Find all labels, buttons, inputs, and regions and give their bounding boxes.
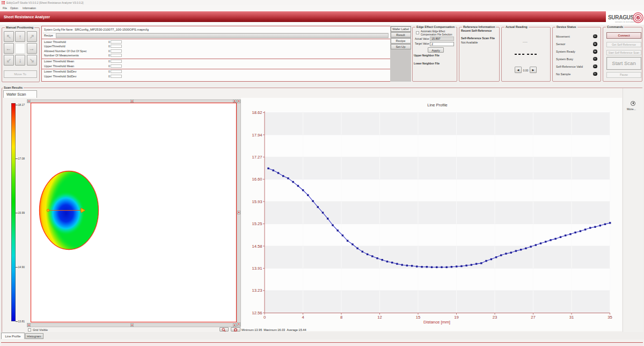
svg-text:4: 4 bbox=[302, 315, 304, 320]
svg-text:12: 12 bbox=[377, 315, 382, 320]
svg-text:18.62: 18.62 bbox=[252, 110, 262, 115]
svg-text:15.93: 15.93 bbox=[252, 199, 262, 204]
svg-text:31: 31 bbox=[569, 315, 574, 320]
svg-text:14.58: 14.58 bbox=[252, 244, 262, 249]
svg-text:35: 35 bbox=[608, 315, 612, 320]
svg-text:12.56: 12.56 bbox=[252, 311, 262, 315]
svg-text:16.60: 16.60 bbox=[252, 177, 262, 182]
svg-text:17.94: 17.94 bbox=[252, 133, 262, 138]
svg-text:0: 0 bbox=[264, 315, 266, 320]
svg-text:19: 19 bbox=[454, 315, 458, 320]
svg-text:13.23: 13.23 bbox=[252, 288, 262, 293]
svg-text:15: 15 bbox=[416, 315, 420, 320]
svg-text:27: 27 bbox=[531, 315, 535, 320]
svg-text:Distance [mm]: Distance [mm] bbox=[423, 320, 450, 325]
svg-text:23: 23 bbox=[493, 315, 497, 320]
svg-text:8: 8 bbox=[340, 315, 342, 320]
svg-text:17.27: 17.27 bbox=[252, 155, 262, 160]
svg-text:Line Profile: Line Profile bbox=[427, 103, 448, 107]
svg-text:13.91: 13.91 bbox=[252, 266, 262, 271]
svg-text:15.25: 15.25 bbox=[252, 221, 262, 226]
